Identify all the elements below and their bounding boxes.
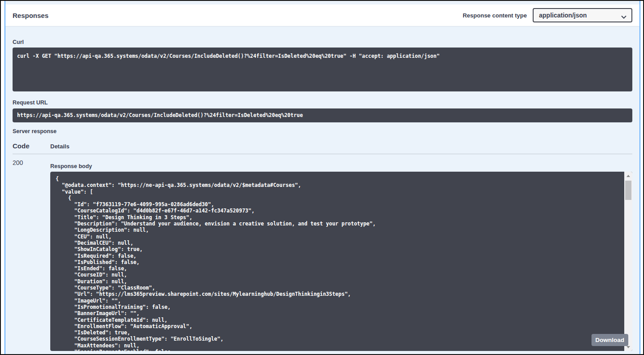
response-body-scrollbar[interactable] [624,172,632,351]
page: Responses Response content type applicat… [0,0,644,355]
curl-label: Curl [13,39,632,45]
triangle-up-icon [626,175,630,177]
download-button[interactable]: Download [591,334,629,346]
code-column-header: Code [13,142,50,150]
status-code: 200 [13,159,50,351]
response-body-block[interactable]: { "@odata.context": "https://ne-api-qa.3… [50,172,632,351]
request-url-label: Request URL [13,100,632,106]
response-body-label: Response body [50,163,632,169]
response-table-header: Code Details [13,142,632,154]
server-response-label: Server response [13,128,632,134]
response-body-json: { "@odata.context": "https://ne-api-qa.3… [50,172,632,351]
scrollbar-thumb[interactable] [625,181,631,200]
curl-command-block: curl -X GET "https://api-qa.365.systems/… [13,48,632,91]
scroll-up-button[interactable] [624,172,632,180]
response-row: 200 Response body { "@odata.context": "h… [13,154,632,351]
details-column-header: Details [50,142,70,150]
request-url-block: https://api-qa.365.systems/odata/v2/Cour… [13,108,632,122]
operation-panel: Responses Response content type applicat… [4,1,640,354]
response-content-type-value: application/json [539,12,587,19]
chevron-down-icon [621,13,627,17]
response-content-type-select[interactable]: application/json [533,8,632,22]
response-content-type-label: Response content type [463,12,527,19]
responses-body: Curl curl -X GET "https://api-qa.365.sys… [5,39,640,353]
response-details-cell: Response body { "@odata.context": "https… [50,159,632,351]
responses-section-header: Responses Response content type applicat… [5,4,640,26]
responses-title: Responses [13,12,48,19]
triangle-down-icon [626,346,630,348]
response-content-type-wrap: Response content type application/json [463,8,632,22]
